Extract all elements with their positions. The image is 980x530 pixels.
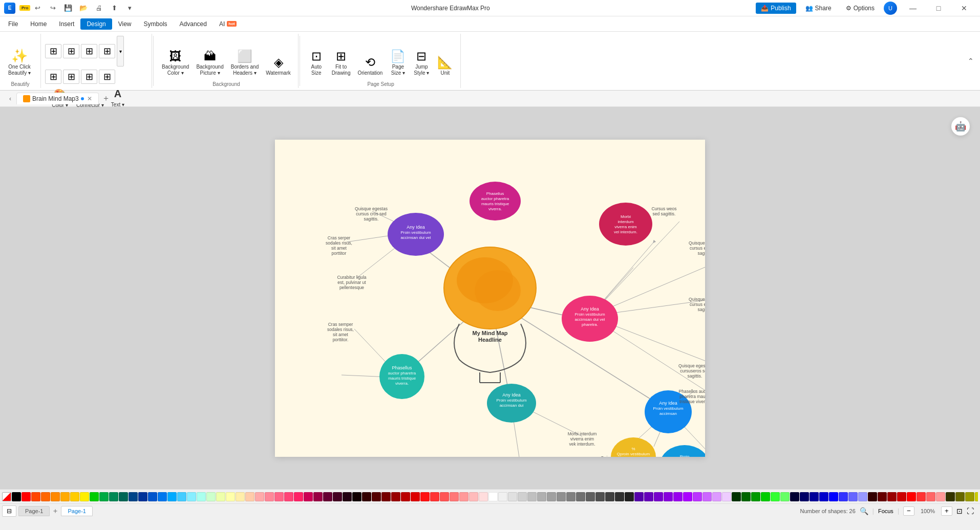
color-swatch-0[interactable]: [12, 492, 21, 501]
color-swatch-63[interactable]: [625, 492, 634, 501]
color-swatch-69[interactable]: [683, 492, 692, 501]
color-swatch-3[interactable]: [41, 492, 50, 501]
undo-button[interactable]: ↩: [30, 1, 45, 15]
color-swatch-97[interactable]: [955, 492, 965, 501]
color-swatch-65[interactable]: [644, 492, 653, 501]
color-swatch-9[interactable]: [99, 492, 109, 501]
color-swatch-98[interactable]: [965, 492, 974, 501]
ribbon-expand-button[interactable]: ⌃: [968, 57, 974, 65]
color-swatch-37[interactable]: [372, 492, 381, 501]
color-swatch-22[interactable]: [226, 492, 235, 501]
maximize-button[interactable]: □: [927, 1, 950, 15]
zoom-out-button[interactable]: −: [903, 506, 914, 516]
menu-home[interactable]: Home: [24, 18, 53, 30]
color-swatch-44[interactable]: [440, 492, 449, 501]
user-avatar[interactable]: U: [884, 2, 897, 15]
color-swatch-49[interactable]: [488, 492, 498, 501]
style-swatch-1d[interactable]: ⊞: [99, 44, 115, 58]
tab-nav-left[interactable]: ‹: [4, 93, 16, 105]
color-swatch-51[interactable]: [508, 492, 517, 501]
one-click-beautify-button[interactable]: ✨ One ClickBeautify ▾: [4, 47, 35, 78]
canvas-area[interactable]: My Mind Map Headline Any Idea Proin vest…: [0, 107, 980, 489]
color-swatch-39[interactable]: [391, 492, 400, 501]
add-tab-button[interactable]: ＋: [100, 93, 112, 105]
fullscreen-button[interactable]: ⛶: [967, 507, 974, 515]
color-swatch-95[interactable]: [936, 492, 945, 501]
color-swatch-66[interactable]: [654, 492, 663, 501]
tab-brain-mind-map[interactable]: Brain Mind Map3 ✕: [16, 93, 99, 104]
menu-symbols[interactable]: Symbols: [138, 18, 174, 30]
publish-button[interactable]: 📤 Publish: [756, 3, 796, 14]
color-swatch-2[interactable]: [31, 492, 40, 501]
unit-button[interactable]: 📐 Unit: [434, 54, 456, 78]
color-swatch-87[interactable]: [858, 492, 867, 501]
style-swatch-1e[interactable]: ▾: [117, 36, 124, 67]
color-swatch-72[interactable]: [712, 492, 721, 501]
color-swatch-60[interactable]: [595, 492, 605, 501]
print-button[interactable]: 🖨: [92, 1, 106, 15]
color-swatch-57[interactable]: [566, 492, 576, 501]
color-swatch-83[interactable]: [819, 492, 828, 501]
color-swatch-82[interactable]: [809, 492, 819, 501]
page-tab-1[interactable]: Page-1: [18, 506, 50, 516]
color-swatch-76[interactable]: [751, 492, 760, 501]
color-swatch-35[interactable]: [352, 492, 361, 501]
color-swatch-75[interactable]: [741, 492, 751, 501]
color-swatch-23[interactable]: [236, 492, 245, 501]
color-swatch-89[interactable]: [878, 492, 887, 501]
open-button[interactable]: 📂: [76, 1, 91, 15]
no-color-button[interactable]: [2, 492, 11, 501]
close-button[interactable]: ✕: [952, 1, 976, 15]
color-swatch-10[interactable]: [109, 492, 118, 501]
color-swatch-92[interactable]: [907, 492, 916, 501]
style-swatch-2d[interactable]: ⊞: [99, 70, 115, 84]
share-quick-button[interactable]: ⬆: [107, 1, 121, 15]
color-swatch-28[interactable]: [284, 492, 293, 501]
color-swatch-86[interactable]: [848, 492, 858, 501]
watermark-button[interactable]: ◈ Watermark: [263, 54, 294, 78]
color-swatch-50[interactable]: [498, 492, 507, 501]
color-swatch-48[interactable]: [479, 492, 488, 501]
color-swatch-62[interactable]: [615, 492, 624, 501]
color-swatch-12[interactable]: [129, 492, 138, 501]
color-swatch-38[interactable]: [381, 492, 391, 501]
color-swatch-74[interactable]: [732, 492, 741, 501]
color-swatch-59[interactable]: [586, 492, 595, 501]
color-swatch-36[interactable]: [362, 492, 371, 501]
color-swatch-91[interactable]: [897, 492, 906, 501]
color-swatch-71[interactable]: [702, 492, 712, 501]
options-button[interactable]: ⚙ Options: [841, 3, 880, 14]
color-swatch-90[interactable]: [887, 492, 897, 501]
color-swatch-5[interactable]: [60, 492, 70, 501]
color-swatch-84[interactable]: [829, 492, 838, 501]
share-button[interactable]: 👥 Share: [800, 3, 837, 14]
focus-button[interactable]: Focus: [878, 508, 893, 514]
zoom-in-button[interactable]: +: [941, 506, 952, 516]
style-swatch-1a[interactable]: ⊞: [45, 44, 61, 58]
color-swatch-14[interactable]: [148, 492, 157, 501]
color-swatch-70[interactable]: [693, 492, 702, 501]
color-swatch-47[interactable]: [469, 492, 478, 501]
color-swatch-43[interactable]: [430, 492, 439, 501]
color-swatch-58[interactable]: [576, 492, 585, 501]
color-swatch-15[interactable]: [158, 492, 167, 501]
fit-page-button[interactable]: ⊡: [956, 507, 963, 515]
menu-ai[interactable]: AI hot: [213, 18, 243, 30]
more-quick-button[interactable]: ▾: [122, 1, 137, 15]
menu-design[interactable]: Design: [80, 18, 112, 30]
color-swatch-41[interactable]: [411, 492, 420, 501]
style-swatch-2c[interactable]: ⊞: [81, 70, 97, 84]
color-swatch-26[interactable]: [265, 492, 274, 501]
bg-picture-button[interactable]: 🏔 BackgroundPicture ▾: [193, 48, 226, 78]
color-swatch-77[interactable]: [761, 492, 770, 501]
color-swatch-94[interactable]: [926, 492, 935, 501]
menu-insert[interactable]: Insert: [53, 18, 80, 30]
color-swatch-27[interactable]: [274, 492, 284, 501]
color-swatch-25[interactable]: [255, 492, 264, 501]
minimize-button[interactable]: —: [901, 1, 925, 15]
tab-close-icon[interactable]: ✕: [87, 95, 92, 102]
color-swatch-73[interactable]: [722, 492, 731, 501]
color-swatch-81[interactable]: [800, 492, 809, 501]
fit-drawing-button[interactable]: ⊞ Fit toDrawing: [329, 48, 354, 78]
add-page-button[interactable]: ＋: [50, 505, 61, 517]
